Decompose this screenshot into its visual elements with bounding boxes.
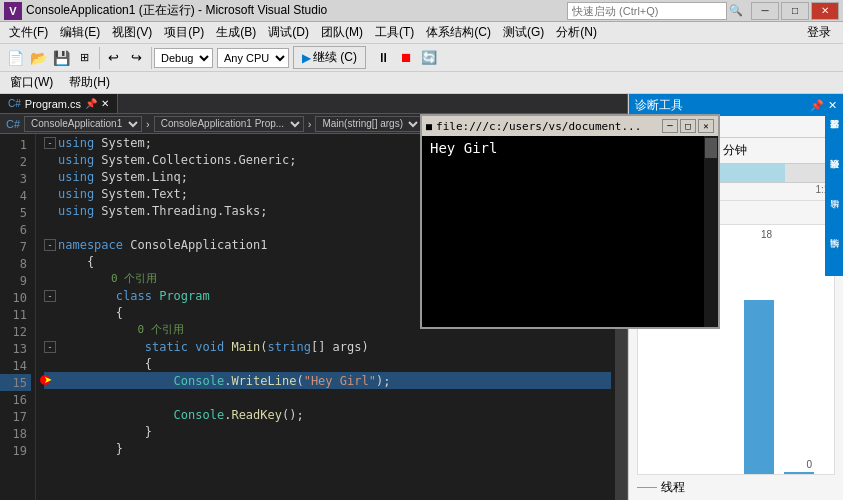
toolbar: 📄 📂 💾 ⊞ ↩ ↪ Debug Any CPU ▶ 继续 (C) ⏸ ⏹ 🔄 <box>0 44 843 72</box>
line-11: 11 <box>0 306 31 323</box>
line-8: 8 <box>0 255 31 272</box>
save-btn[interactable]: 💾 <box>50 47 72 69</box>
continue-label: 继续 (C) <box>313 49 357 66</box>
debug-config-select[interactable]: Debug <box>154 48 213 68</box>
expand-7[interactable]: - <box>44 239 56 251</box>
strip-item-1[interactable]: 资源管理器 <box>828 134 841 138</box>
expand-1[interactable]: - <box>44 137 56 149</box>
line-17: 17 <box>0 408 31 425</box>
console-scroll-thumb[interactable] <box>705 138 717 158</box>
chart-bar-2 <box>784 472 814 474</box>
close-button[interactable]: ✕ <box>811 2 839 20</box>
diag-close-icon[interactable]: ✕ <box>828 99 837 112</box>
menu-window[interactable]: 窗口(W) <box>4 72 59 93</box>
continue-button[interactable]: ▶ 继续 (C) <box>293 46 366 69</box>
title-bar: V ConsoleApplication1 (正在运行) - Microsoft… <box>0 0 843 22</box>
line-13: 13 <box>0 340 31 357</box>
stop-btn[interactable]: ⏹ <box>395 47 417 69</box>
menu-view[interactable]: 视图(V) <box>107 22 157 43</box>
expand-13[interactable]: - <box>44 341 56 353</box>
menu-test[interactable]: 测试(G) <box>498 22 549 43</box>
line-12: 12 <box>0 323 31 340</box>
vs-logo: V <box>4 2 22 20</box>
line-3: 3 <box>0 170 31 187</box>
console-title: file:///c:/users/vs/document... <box>436 120 658 133</box>
open-btn[interactable]: 📂 <box>27 47 49 69</box>
diagnostics-title: 诊断工具 <box>635 97 683 114</box>
menu-debug[interactable]: 调试(D) <box>263 22 314 43</box>
app-title: ConsoleApplication1 (正在运行) - Microsoft V… <box>26 2 567 19</box>
line-16: 16 <box>0 391 31 408</box>
line-4: 4 <box>0 187 31 204</box>
code-line-19: } <box>44 440 611 457</box>
breadcrumb-project-select[interactable]: ConsoleApplication1 <box>24 116 142 132</box>
pause-btn[interactable]: ⏸ <box>372 47 394 69</box>
new-btn[interactable]: 📄 <box>4 47 26 69</box>
line-14: 14 <box>0 357 31 374</box>
breadcrumb-icon: C# <box>6 118 20 130</box>
expand-10[interactable]: - <box>44 290 56 302</box>
line-6: 6 <box>0 221 31 238</box>
line-10: 10 <box>0 289 31 306</box>
console-output: Hey Girl <box>430 140 497 156</box>
diagnostics-header: 诊断工具 📌 ✕ <box>629 94 843 116</box>
toolbar-group-1: 📄 📂 💾 ⊞ <box>4 47 100 69</box>
platform-select[interactable]: Any CPU <box>217 48 289 68</box>
console-minimize-btn[interactable]: ─ <box>662 119 678 133</box>
tab-icon: C# <box>8 98 21 109</box>
tab-label: Program.cs <box>25 98 81 110</box>
tab-close-icon[interactable]: ✕ <box>101 98 109 109</box>
menu-tools[interactable]: 工具(T) <box>370 22 419 43</box>
code-line-16: ➤ <box>44 389 611 406</box>
console-titlebar: ■ file:///c:/users/vs/document... ─ □ ✕ <box>422 116 718 136</box>
console-controls: ─ □ ✕ <box>662 119 714 133</box>
menu-architecture[interactable]: 体系结构(C) <box>421 22 496 43</box>
menu-analyze[interactable]: 分析(N) <box>551 22 602 43</box>
code-tabs: C# Program.cs 📌 ✕ <box>0 94 627 114</box>
console-scrollbar[interactable] <box>704 136 718 327</box>
line-1: 1 <box>0 136 31 153</box>
breadcrumb-method-select[interactable]: Main(string[] args) <box>315 116 422 132</box>
line-2: 2 <box>0 153 31 170</box>
chart-bar-1 <box>744 300 774 474</box>
restart-btn[interactable]: 🔄 <box>418 47 440 69</box>
maximize-button[interactable]: □ <box>781 2 809 20</box>
tab-program-cs[interactable]: C# Program.cs 📌 ✕ <box>0 94 118 113</box>
code-line-14: { <box>44 355 611 372</box>
line-5: 5 <box>0 204 31 221</box>
console-maximize-btn[interactable]: □ <box>680 119 696 133</box>
toolbar-group-2: ↩ ↪ <box>102 47 152 69</box>
continue-icon: ▶ <box>302 51 311 65</box>
minimize-button[interactable]: ─ <box>751 2 779 20</box>
menu-build[interactable]: 生成(B) <box>211 22 261 43</box>
menu-team[interactable]: 团队(M) <box>316 22 368 43</box>
console-content: Hey Girl <box>422 136 718 327</box>
console-close-btn[interactable]: ✕ <box>698 119 714 133</box>
line-7: 7 <box>0 238 31 255</box>
menu-project[interactable]: 项目(P) <box>159 22 209 43</box>
strip-item-2[interactable]: 错误列表 <box>828 174 841 178</box>
console-window: ■ file:///c:/users/vs/document... ─ □ ✕ … <box>420 114 720 329</box>
console-icon: ■ <box>426 121 432 132</box>
saveall-btn[interactable]: ⊞ <box>73 47 95 69</box>
redo-btn[interactable]: ↪ <box>125 47 147 69</box>
strip-item-4[interactable]: 编辑 <box>828 254 841 258</box>
login-button[interactable]: 登录 <box>799 22 839 43</box>
quick-launch-input[interactable] <box>567 2 727 20</box>
menu-bar: 文件(F) 编辑(E) 视图(V) 项目(P) 生成(B) 调试(D) 团队(M… <box>0 22 843 44</box>
strip-item-3[interactable]: 输出 <box>828 214 841 218</box>
breadcrumb-file-select[interactable]: ConsoleApplication1 Prop... <box>154 116 304 132</box>
diag-pin-icon[interactable]: 📌 <box>810 99 824 112</box>
threads-section: 线程 <box>629 477 843 500</box>
toolbar-group-3: ⏸ ⏹ 🔄 <box>372 47 440 69</box>
line-15: 15 <box>0 374 31 391</box>
line-numbers: 1 2 3 4 5 6 7 8 9 10 11 12 13 14 15 16 1… <box>0 134 36 500</box>
search-box[interactable]: 🔍 <box>567 2 743 20</box>
main-area: C# Program.cs 📌 ✕ C# ConsoleApplication1… <box>0 94 843 500</box>
tab-pin-icon[interactable]: 📌 <box>85 98 97 109</box>
menu-file[interactable]: 文件(F) <box>4 22 53 43</box>
chart-label-1: 18 <box>761 229 772 240</box>
menu-edit[interactable]: 编辑(E) <box>55 22 105 43</box>
menu-help[interactable]: 帮助(H) <box>63 72 116 93</box>
undo-btn[interactable]: ↩ <box>102 47 124 69</box>
